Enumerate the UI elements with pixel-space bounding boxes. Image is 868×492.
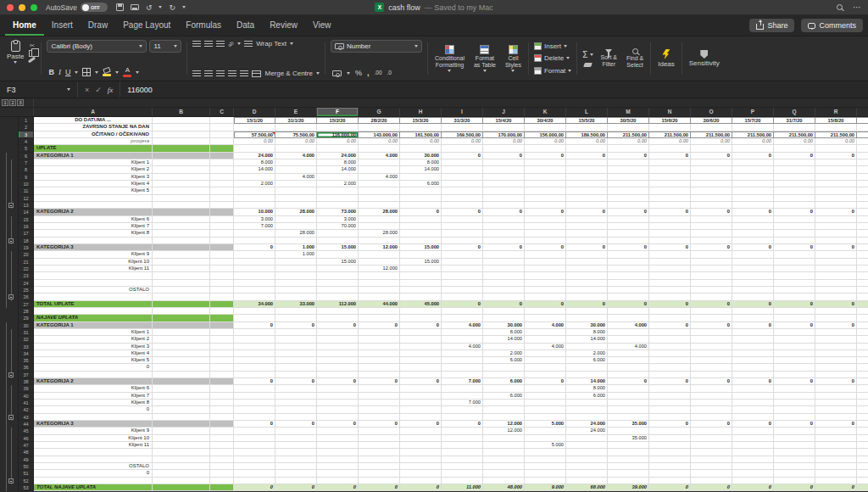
cell-D40[interactable] [234,393,275,400]
cell-B29[interactable] [153,315,210,321]
cell-P29[interactable] [732,315,774,321]
cell-S46[interactable] [857,435,868,442]
cell-S48[interactable] [857,449,868,456]
cell-L52[interactable] [566,478,608,484]
row-header-4[interactable]: 4 [19,138,34,145]
borders-icon[interactable] [82,68,91,76]
cell-H7[interactable]: 8.000 [400,159,442,166]
cell-E49[interactable] [275,456,317,463]
cell-G19[interactable]: 12.000 [359,244,400,251]
currency-caret-icon[interactable] [347,72,350,75]
cell-L31[interactable]: 8.000 [566,329,608,336]
sort-filter-button[interactable]: Sort & Filter [599,48,619,69]
cell-G36[interactable] [359,364,400,371]
row-header-14[interactable]: 14 [19,209,34,215]
cell-P23[interactable] [732,272,774,279]
cell-R36[interactable] [815,364,857,371]
cell-R21[interactable] [815,259,857,266]
cell-R34[interactable] [815,350,857,357]
cell-A33[interactable]: Klijent 3 [34,344,153,350]
cell-C40[interactable] [210,393,234,400]
cell-D42[interactable] [234,406,275,413]
row-header-25[interactable]: 25 [19,287,34,294]
cell-M9[interactable] [608,174,649,181]
cell-N52[interactable] [649,478,691,484]
cell-G7[interactable] [359,159,400,166]
cell-G51[interactable] [359,470,400,477]
cell-B43[interactable] [153,414,210,421]
cell-K44[interactable]: 5.000 [525,421,566,428]
row-header-46[interactable]: 46 [19,435,34,442]
row-header-20[interactable]: 20 [19,251,34,258]
cell-C10[interactable] [210,181,234,187]
cell-I37[interactable] [442,372,483,378]
cell-R50[interactable] [815,463,857,470]
column-header-J[interactable]: J [483,108,525,116]
currency-icon[interactable] [332,70,342,76]
cell-H41[interactable] [400,400,442,406]
cell-O6[interactable]: 0 [691,153,732,159]
cell-D49[interactable] [234,456,275,463]
cell-D36[interactable] [234,364,275,371]
column-header-Q[interactable]: Q [774,108,815,116]
cell-A38[interactable]: KATEGORIJA 2 [34,378,153,385]
cell-L13[interactable] [566,202,608,209]
cell-J10[interactable] [483,181,525,187]
cell-F1[interactable]: 15/2/20 [317,117,359,124]
cell-L10[interactable] [566,181,608,187]
cell-Q23[interactable] [774,272,815,279]
cell-styles-button[interactable]: Cell Styles [504,44,523,73]
cell-Q37[interactable] [774,372,815,378]
cell-Q48[interactable] [774,449,815,456]
cell-D17[interactable] [234,230,275,237]
cell-S32[interactable] [857,336,868,343]
font-color-caret-icon[interactable] [136,71,139,74]
cell-O27[interactable]: 0 [691,301,732,308]
cell-H1[interactable]: 15/3/20 [400,117,442,124]
cell-K13[interactable] [525,202,566,209]
cell-C49[interactable] [210,456,234,463]
cell-F48[interactable] [317,449,359,456]
cell-S36[interactable] [857,364,868,371]
cell-L50[interactable] [566,463,608,470]
row-header-18[interactable]: 18 [19,238,34,244]
cell-B49[interactable] [153,456,210,463]
cell-B16[interactable] [153,223,210,230]
cell-J9[interactable] [483,174,525,181]
cell-F14[interactable]: 73.000 [317,209,359,215]
cell-C6[interactable] [210,153,234,159]
cell-O22[interactable] [691,266,732,272]
cell-A50[interactable]: OSTALO [34,463,153,470]
cell-H26[interactable] [400,294,442,300]
cell-J44[interactable]: 12.000 [483,421,525,428]
cell-F53[interactable]: 0 [317,484,359,491]
cell-O49[interactable] [691,456,732,463]
cell-N37[interactable] [649,372,691,378]
cell-C43[interactable] [210,414,234,421]
cell-N42[interactable] [649,406,691,413]
cell-F46[interactable] [317,435,359,442]
cell-E34[interactable] [275,350,317,357]
align-center-icon[interactable] [204,70,213,76]
cell-E46[interactable] [275,435,317,442]
cell-J6[interactable]: 0 [483,153,525,159]
cell-R44[interactable]: 0 [815,421,857,428]
cell-P13[interactable] [732,202,774,209]
cell-C5[interactable] [210,145,234,152]
cell-M42[interactable] [608,406,649,413]
cell-H43[interactable] [400,414,442,421]
cell-H25[interactable] [400,287,442,294]
row-header-45[interactable]: 45 [19,428,34,434]
cell-L17[interactable] [566,230,608,237]
cell-K10[interactable] [525,181,566,187]
cell-I45[interactable] [442,428,483,434]
cell-B53[interactable] [153,484,210,491]
cell-A52[interactable] [34,478,153,484]
cell-N38[interactable]: 0 [649,378,691,385]
cell-J14[interactable]: 0 [483,209,525,215]
cell-K32[interactable] [525,336,566,343]
cell-I33[interactable]: 4.000 [442,344,483,350]
cell-H42[interactable] [400,406,442,413]
row-header-42[interactable]: 42 [19,406,34,413]
cell-E29[interactable] [275,315,317,321]
